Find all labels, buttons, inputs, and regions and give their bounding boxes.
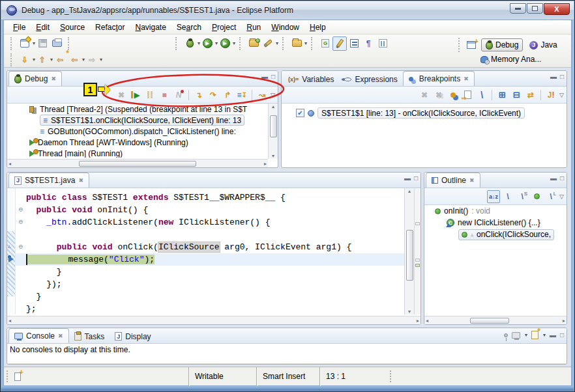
debug-horizontal-scrollbar[interactable]: ◂ ▸ bbox=[7, 159, 268, 167]
resume-button[interactable]: ▶ bbox=[129, 89, 142, 102]
minimize-view-button[interactable]: ▬ bbox=[404, 175, 411, 182]
tab-display[interactable]: J Display bbox=[110, 329, 156, 343]
breakpoints-view-menu-button[interactable]: ▽ bbox=[559, 92, 564, 98]
scroll-down-icon[interactable]: ▾ bbox=[272, 153, 274, 159]
breakpoint-checkbox[interactable]: ✔ bbox=[296, 109, 304, 117]
step-into-button[interactable]: ↴ bbox=[192, 89, 205, 102]
hide-static-button[interactable]: \S bbox=[516, 190, 529, 203]
maximize-view-button[interactable]: □ bbox=[414, 175, 418, 182]
show-supported-breakpoints-button[interactable] bbox=[447, 89, 460, 102]
maximize-view-button[interactable]: □ bbox=[271, 73, 275, 80]
code-line[interactable]: }; bbox=[16, 303, 404, 315]
sort-button[interactable]: a↓z bbox=[487, 190, 500, 203]
tree-row-main-thread[interactable]: Thread [main] (Running) bbox=[7, 148, 268, 158]
expand-all-button[interactable]: ⊞ bbox=[495, 89, 509, 102]
tab-tasks[interactable]: Tasks bbox=[69, 329, 110, 343]
code-line[interactable]: message("Click"); bbox=[16, 253, 404, 266]
occurrence-marker[interactable] bbox=[415, 259, 420, 262]
close-icon[interactable]: ✖ bbox=[58, 333, 63, 339]
tab-variables[interactable]: (x)= Variables bbox=[283, 72, 339, 86]
java-breakpoint-properties-button[interactable]: J! bbox=[544, 89, 557, 102]
go-to-file-button[interactable]: ⇨ bbox=[461, 89, 474, 102]
scrollbar-thumb[interactable] bbox=[79, 161, 196, 167]
scroll-left-icon[interactable]: ◂ bbox=[8, 318, 11, 324]
close-icon[interactable]: ✖ bbox=[51, 76, 56, 82]
menu-source[interactable]: Source bbox=[55, 21, 90, 33]
open-task-dropdown-arrow[interactable]: ▾ bbox=[304, 40, 307, 46]
display-selected-console-icon[interactable] bbox=[512, 332, 520, 339]
code-lines[interactable]: public class S$TEST1 extends S$TEST1__$W… bbox=[16, 188, 404, 315]
save-button[interactable] bbox=[35, 36, 50, 51]
code-line[interactable]: ⊖ public void onInit() { bbox=[16, 204, 404, 216]
hide-non-public-button[interactable] bbox=[530, 190, 543, 203]
drop-to-frame-button[interactable]: ≡↧ bbox=[235, 89, 248, 102]
menu-file[interactable]: File bbox=[8, 21, 31, 33]
tab-debug-view[interactable]: Debug ✖ bbox=[8, 71, 62, 86]
hide-local-types-button[interactable]: \L bbox=[544, 190, 557, 203]
editor-horizontal-scrollbar[interactable]: ◂ ▸ bbox=[7, 316, 420, 324]
tree-row-thread-2[interactable]: Thread [Thread-2] (Suspended (breakpoint… bbox=[7, 104, 268, 115]
debug-view-menu-button[interactable]: ▽ bbox=[271, 92, 275, 98]
last-edit-location-button[interactable]: ⇦* bbox=[53, 53, 67, 67]
occurrence-marker[interactable] bbox=[415, 222, 420, 225]
new-wizard-button[interactable] bbox=[18, 36, 32, 51]
tree-row-stack-frame-dispatch[interactable]: ≡ GOButton(GOCommon).dispatch_IClickList… bbox=[7, 126, 268, 137]
scroll-left-icon[interactable]: ◂ bbox=[426, 318, 428, 324]
maximize-view-button[interactable]: □ bbox=[560, 73, 564, 80]
minimize-window-button[interactable] bbox=[510, 3, 526, 14]
remove-all-breakpoints-button[interactable]: ✖ bbox=[432, 89, 445, 102]
code-line[interactable]: } bbox=[16, 290, 404, 303]
menu-search[interactable]: Search bbox=[171, 21, 207, 33]
code-line[interactable]: ⊖ _btn.addClickListener(new IClickListen… bbox=[16, 216, 404, 229]
close-window-button[interactable]: X bbox=[544, 3, 570, 15]
external-tools-dropdown-arrow[interactable]: ▾ bbox=[233, 40, 235, 46]
disconnect-button[interactable]: N bbox=[172, 89, 185, 102]
outline-item-oninit[interactable]: onInit() : void bbox=[424, 205, 567, 217]
search-dropdown-arrow[interactable]: ▾ bbox=[276, 40, 278, 46]
terminate-button[interactable]: ■ bbox=[158, 89, 171, 102]
perspective-debug-button[interactable]: Debug bbox=[481, 38, 523, 51]
remove-breakpoint-button[interactable]: ✖ bbox=[418, 89, 431, 102]
outline-view-menu-button[interactable]: ▽ bbox=[559, 193, 564, 200]
search-button[interactable] bbox=[261, 36, 275, 51]
console-selection-dropdown-arrow[interactable]: ▾ bbox=[525, 332, 527, 338]
tab-console[interactable]: Console ✖ bbox=[8, 328, 69, 343]
open-task-button[interactable] bbox=[289, 36, 304, 51]
open-console-dropdown-arrow[interactable]: ▾ bbox=[543, 332, 546, 338]
menu-help[interactable]: Help bbox=[304, 21, 331, 33]
editor-vertical-scrollbar[interactable]: ▴ ▾ bbox=[404, 188, 414, 315]
fold-collapse-icon[interactable]: ⊖ bbox=[16, 204, 26, 216]
menu-window[interactable]: Window bbox=[266, 21, 304, 33]
code-editor[interactable]: ▵ public class S$TEST1 extends S$TEST1__… bbox=[7, 188, 420, 315]
open-type-button[interactable] bbox=[246, 36, 261, 51]
close-icon[interactable]: ✖ bbox=[469, 177, 475, 184]
menu-run[interactable]: Run bbox=[241, 21, 266, 33]
next-annotation-button[interactable]: ⇩ bbox=[18, 53, 32, 67]
show-whitespace-button[interactable]: ¶ bbox=[361, 36, 376, 51]
menu-edit[interactable]: Edit bbox=[31, 21, 55, 33]
minimize-view-button[interactable]: ▬ bbox=[550, 175, 557, 182]
debug-vertical-scrollbar[interactable]: ▴ ▾ bbox=[268, 104, 278, 159]
outline-horizontal-scrollbar[interactable]: ◂ ▸ bbox=[424, 316, 567, 324]
code-line[interactable]: }); bbox=[16, 278, 404, 290]
fold-collapse-icon[interactable]: ⊖ bbox=[16, 241, 26, 253]
scrollbar-thumb[interactable] bbox=[406, 230, 413, 281]
fold-collapse-icon[interactable]: ⊖ bbox=[16, 216, 26, 229]
close-icon[interactable]: ✖ bbox=[464, 76, 469, 82]
minimize-view-button[interactable]: ▬ bbox=[550, 73, 557, 80]
perspective-java-button[interactable]: J Java bbox=[525, 39, 561, 51]
menu-navigate[interactable]: Navigate bbox=[130, 21, 171, 33]
scrollbar-thumb[interactable] bbox=[270, 115, 277, 137]
toggle-marker-button[interactable]: G bbox=[318, 36, 332, 51]
breakpoint-entry[interactable]: ✔ S$TEST1$1 [line: 13] - onClick(IClickS… bbox=[296, 107, 567, 119]
code-line[interactable]: } bbox=[16, 266, 404, 278]
tab-outline[interactable]: Outline ✖ bbox=[426, 173, 480, 188]
minimize-view-button[interactable]: ▬ bbox=[261, 73, 268, 80]
tree-row-daemon-thread[interactable]: Daemon Thread [AWT-Windows] (Running) bbox=[7, 137, 268, 148]
skip-all-breakpoints-button[interactable]: \ bbox=[475, 89, 488, 102]
code-line[interactable] bbox=[16, 229, 404, 241]
menu-refactor[interactable]: Refactor bbox=[90, 21, 130, 33]
scrollbar-thumb[interactable] bbox=[470, 318, 509, 324]
scroll-right-icon[interactable]: ▸ bbox=[264, 161, 267, 167]
perspective-memory-button[interactable]: Memory Ana... bbox=[477, 53, 545, 65]
